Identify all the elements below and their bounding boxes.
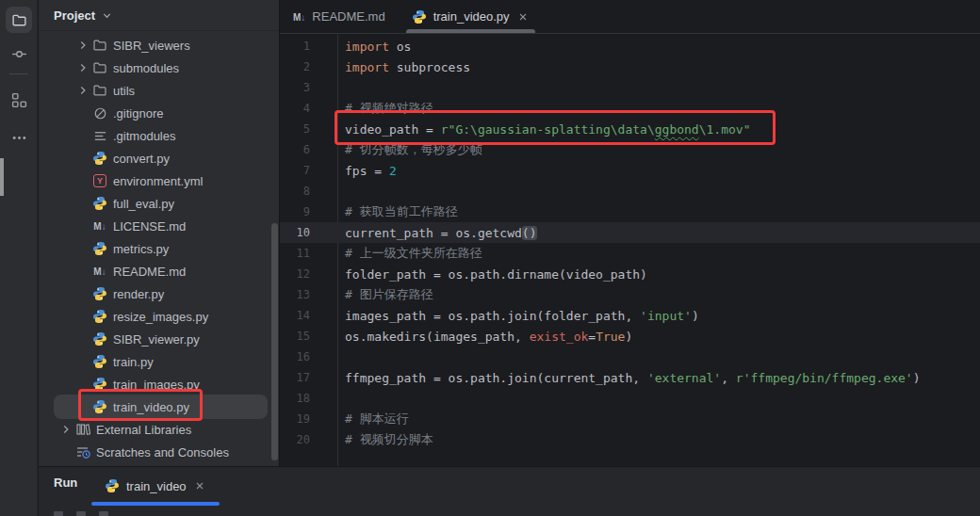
code-line-11[interactable]: 11# 上一级文件夹所在路径	[280, 243, 980, 264]
python-icon	[412, 9, 427, 24]
code-line-10[interactable]: 10current_path = os.getcwd()	[280, 222, 980, 243]
commit-tool-button[interactable]	[6, 40, 32, 67]
tree-item-label: environment.yml	[113, 174, 203, 188]
python-icon	[91, 354, 108, 369]
tree-item-scratches-and-consoles[interactable]: Scratches and Consoles	[39, 441, 279, 463]
tree-item-label: .gitignore	[113, 106, 163, 121]
tree-item-label: SIBR_viewer.py	[113, 332, 200, 347]
tab-label: README.md	[312, 9, 384, 24]
line-number: 8	[280, 185, 310, 198]
structure-tool-button[interactable]	[6, 87, 32, 113]
tree-item-metrics-py[interactable]: metrics.py	[39, 237, 279, 260]
editor-tab-readme-md[interactable]: M↓README.md	[280, 0, 399, 33]
tree-item--gitignore[interactable]: .gitignore	[39, 102, 279, 124]
code-text: import os	[310, 40, 411, 54]
close-icon[interactable]	[516, 10, 530, 24]
tree-item-label: submodules	[113, 61, 179, 75]
tree-item-utils[interactable]: utils	[39, 79, 279, 102]
tree-item-train-images-py[interactable]: train_images.py	[39, 373, 279, 395]
tree-item-sibr-viewer-py[interactable]: SIBR_viewer.py	[39, 328, 279, 350]
tree-item-label: utils	[113, 84, 135, 98]
python-icon	[91, 377, 108, 392]
tree-item-label: External Libraries	[96, 423, 191, 437]
tree-item-label: full_eval.py	[113, 197, 174, 211]
tree-item-label: LICENSE.md	[113, 219, 186, 234]
chevron-right-icon[interactable]	[74, 39, 91, 52]
tree-item-resize-images-py[interactable]: resize_images.py	[39, 305, 279, 328]
code-line-6[interactable]: 6# 切分帧数，每秒多少帧	[280, 139, 980, 160]
project-tree-scrollbar[interactable]	[271, 223, 278, 460]
code-line-9[interactable]: 9# 获取当前工作路径	[280, 202, 980, 222]
line-number: 16	[280, 350, 310, 363]
code-line-3[interactable]: 3	[280, 77, 980, 98]
python-icon	[91, 151, 108, 166]
run-tab-train-video[interactable]: train_video	[91, 467, 220, 505]
structure-icon	[11, 92, 27, 108]
tree-item-sibr-viewers[interactable]: SIBR_viewers	[39, 34, 279, 56]
chevron-right-icon[interactable]	[74, 61, 91, 74]
chevron-right-icon[interactable]	[57, 423, 74, 436]
folder-icon	[91, 60, 108, 75]
line-number: 1	[280, 40, 310, 53]
project-panel-header[interactable]: Project	[39, 0, 279, 31]
line-number: 6	[280, 143, 310, 156]
background-window-sliver	[0, 158, 4, 196]
tree-item-full-eval-py[interactable]: full_eval.py	[39, 192, 279, 215]
tree-item-convert-py[interactable]: convert.py	[39, 147, 279, 169]
project-tool-button[interactable]	[6, 7, 32, 33]
console-toolbar-clipped	[54, 511, 108, 516]
code-line-4[interactable]: 4# 视频绝对路径	[280, 98, 980, 119]
python-icon	[91, 331, 108, 347]
code-line-7[interactable]: 7fps = 2	[280, 160, 980, 181]
project-folder-icon	[11, 12, 27, 28]
code-line-16[interactable]: 16	[280, 347, 980, 367]
python-icon	[91, 196, 108, 211]
project-panel-title: Project	[54, 8, 95, 23]
activity-bar	[0, 0, 38, 516]
code-text: # 切分帧数，每秒多少帧	[310, 141, 482, 158]
editor-tab-train-video-py[interactable]: train_video.py	[399, 0, 543, 33]
activity-bar-divider	[9, 73, 28, 74]
tab-label: train_video.py	[433, 9, 510, 24]
tree-item-label: metrics.py	[113, 242, 169, 256]
tree-item-license-md[interactable]: M↓LICENSE.md	[39, 215, 279, 237]
tree-item-external-libraries[interactable]: External Libraries	[39, 418, 279, 441]
markdown-icon: M↓	[91, 266, 108, 277]
yaml-icon: Y	[91, 174, 108, 187]
code-line-15[interactable]: 15os.makedirs(images_path, exist_ok=True…	[280, 326, 980, 347]
code-editor[interactable]: 1import os2import subprocess34# 视频绝对路径5v…	[280, 34, 980, 466]
run-panel-title: Run	[54, 476, 77, 490]
code-line-8[interactable]: 8	[280, 181, 980, 202]
chevron-right-icon[interactable]	[74, 84, 91, 97]
code-line-17[interactable]: 17ffmpeg_path = os.path.join(current_pat…	[280, 367, 980, 388]
code-line-14[interactable]: 14images_path = os.path.join(folder_path…	[280, 305, 980, 326]
tree-item--gitmodules[interactable]: .gitmodules	[39, 124, 279, 147]
line-number: 14	[280, 309, 310, 322]
more-tool-windows-button[interactable]	[6, 124, 32, 151]
library-icon	[74, 422, 91, 437]
line-number: 20	[280, 433, 310, 446]
tree-item-environment-yml[interactable]: Yenvironment.yml	[39, 169, 279, 192]
tree-item-readme-md[interactable]: M↓README.md	[39, 260, 279, 282]
tree-item-train-video-py[interactable]: train_video.py	[39, 395, 279, 418]
code-text: import subprocess	[310, 60, 470, 74]
tree-item-label: resize_images.py	[113, 310, 208, 324]
active-tab-underline	[406, 29, 535, 33]
tree-item-train-py[interactable]: train.py	[39, 350, 279, 373]
code-line-12[interactable]: 12folder_path = os.path.dirname(video_pa…	[280, 264, 980, 284]
code-line-1[interactable]: 1import os	[280, 36, 980, 56]
code-line-13[interactable]: 13# 图片保存路径	[280, 284, 980, 305]
run-tab-label: train_video	[126, 479, 187, 493]
tree-item-submodules[interactable]: submodules	[39, 56, 279, 79]
code-line-20[interactable]: 20# 视频切分脚本	[280, 429, 980, 450]
folder-icon	[91, 83, 108, 98]
code-text: ffmpeg_path = os.path.join(current_path,…	[310, 371, 921, 385]
code-line-2[interactable]: 2import subprocess	[280, 56, 980, 77]
python-icon	[91, 241, 108, 256]
code-line-19[interactable]: 19# 脚本运行	[280, 409, 980, 429]
tree-item-label: README.md	[113, 265, 186, 279]
code-line-5[interactable]: 5video_path = r"G:\gaussian-splatting\da…	[280, 119, 980, 139]
tree-item-render-py[interactable]: render.py	[39, 282, 279, 305]
code-line-18[interactable]: 18	[280, 388, 980, 409]
close-icon[interactable]	[193, 479, 206, 492]
